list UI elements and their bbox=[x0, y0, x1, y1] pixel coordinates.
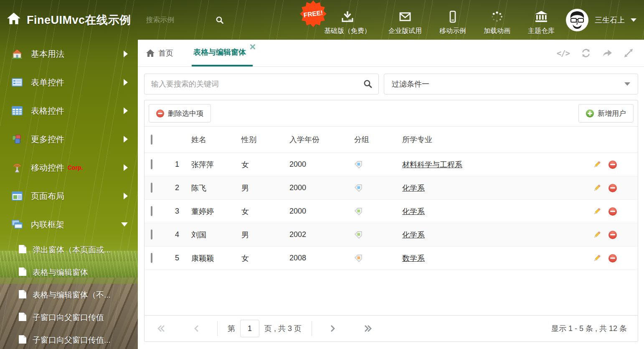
add-user-button[interactable]: 新增用户 bbox=[578, 104, 634, 122]
chevron-down-icon bbox=[121, 222, 128, 227]
major-link[interactable]: 数学系 bbox=[402, 254, 425, 262]
select-all-checkbox[interactable] bbox=[151, 135, 152, 145]
nav-mobile-demo[interactable]: 移动示例 bbox=[439, 5, 466, 36]
page-icon bbox=[18, 335, 27, 346]
search-icon[interactable] bbox=[363, 79, 373, 90]
major-link[interactable]: 材料科学与工程系 bbox=[402, 160, 462, 169]
nav-loading-animations[interactable]: 加载动画 bbox=[484, 5, 510, 36]
divider bbox=[312, 321, 312, 336]
row-index: 2 bbox=[169, 183, 185, 192]
sidebar-item-label: 表单控件 bbox=[31, 77, 64, 88]
nav-enterprise-trial[interactable]: 企业版试用 bbox=[388, 5, 422, 36]
tab-home[interactable]: 首页 bbox=[146, 40, 173, 66]
delete-icon[interactable] bbox=[609, 231, 617, 239]
page-content: 过滤条件一 删除选中项 新增用户 bbox=[138, 67, 644, 349]
row-checkbox[interactable] bbox=[151, 229, 152, 239]
delete-icon[interactable] bbox=[609, 160, 617, 169]
row-checkbox[interactable] bbox=[151, 159, 152, 169]
row-checkbox[interactable] bbox=[151, 183, 152, 193]
nav-basic-edition[interactable]: FREE! 基础版（免费） bbox=[324, 5, 371, 36]
sidebar-item-grid-controls[interactable]: 表格控件 bbox=[0, 97, 138, 125]
minus-circle-icon bbox=[156, 110, 164, 117]
row-checkbox[interactable] bbox=[151, 253, 152, 263]
column-year: 入学年份 bbox=[284, 135, 348, 145]
nav-label: 加载动画 bbox=[484, 27, 510, 36]
row-index: 1 bbox=[169, 160, 185, 169]
nav-label: 基础版（免费） bbox=[324, 27, 371, 36]
cell-year: 2000 bbox=[284, 207, 348, 216]
main-panel: 首页 表格与编辑窗体 </> bbox=[138, 40, 644, 349]
sidebar-item-page-layout[interactable]: 页面布局 bbox=[0, 182, 138, 210]
sidebar-item-mobile-controls[interactable]: 移动控件 Corp. bbox=[0, 153, 138, 182]
house-icon bbox=[12, 49, 23, 59]
search-icon[interactable] bbox=[216, 16, 224, 24]
tab-grid-edit-window[interactable]: 表格与编辑窗体 bbox=[192, 40, 253, 66]
keyword-search-input[interactable] bbox=[145, 74, 378, 94]
edit-icon[interactable] bbox=[593, 207, 601, 216]
sidebar-subitem-child-to-parent[interactable]: 子窗口向父窗口传值 bbox=[0, 306, 138, 329]
app-window: FineUIMvc在线示例 FREE! 基础版（免费） bbox=[0, 0, 644, 349]
sidebar-subitem-grid-edit-window[interactable]: 表格与编辑窗体 bbox=[0, 261, 138, 284]
major-link[interactable]: 化学系 bbox=[402, 207, 425, 216]
major-link[interactable]: 化学系 bbox=[402, 231, 425, 239]
user-menu[interactable]: 三生石上 bbox=[565, 8, 636, 32]
nav-label: 移动示例 bbox=[439, 27, 466, 36]
delete-icon[interactable] bbox=[609, 184, 617, 192]
close-icon[interactable] bbox=[250, 43, 255, 51]
cell-name: 陈飞 bbox=[185, 183, 236, 193]
first-page-button[interactable] bbox=[157, 325, 165, 332]
view-source-icon[interactable]: </> bbox=[557, 48, 570, 58]
last-page-button[interactable] bbox=[364, 325, 372, 332]
major-link[interactable]: 化学系 bbox=[402, 184, 425, 192]
sidebar-subitem-popup-window[interactable]: 弹出窗体（本页面或... bbox=[0, 239, 138, 261]
nav-label: 主题仓库 bbox=[528, 27, 555, 36]
sidebar-item-label: 移动控件 bbox=[31, 162, 64, 173]
row-checkbox[interactable] bbox=[151, 206, 152, 216]
prev-page-button[interactable] bbox=[194, 325, 199, 332]
share-arrow-icon[interactable] bbox=[602, 48, 612, 58]
delete-icon[interactable] bbox=[609, 207, 617, 216]
cell-year: 2008 bbox=[284, 254, 348, 262]
page-number-input[interactable] bbox=[240, 320, 259, 337]
filter-dropdown-value: 过滤条件一 bbox=[392, 79, 429, 89]
record-summary: 显示 1 - 5 条 , 共 12 条 bbox=[551, 324, 627, 334]
cell-year: 2000 bbox=[284, 160, 348, 169]
delete-selected-button[interactable]: 删除选中项 bbox=[149, 104, 211, 122]
delete-icon[interactable] bbox=[609, 254, 617, 262]
home-icon[interactable] bbox=[7, 12, 21, 26]
sidebar-subitem-grid-edit-window-2[interactable]: 表格与编辑窗体（不... bbox=[0, 284, 138, 306]
chevron-right-icon bbox=[124, 164, 128, 171]
edit-icon[interactable] bbox=[593, 160, 601, 169]
edit-icon[interactable] bbox=[593, 184, 601, 192]
next-page-button[interactable] bbox=[330, 325, 335, 332]
header-search-input[interactable] bbox=[145, 15, 210, 25]
nav-theme-store[interactable]: 主题仓库 bbox=[528, 5, 555, 36]
sidebar-item-iframe[interactable]: 内联框架 bbox=[0, 210, 138, 239]
column-gender: 性别 bbox=[236, 135, 284, 145]
edit-icon[interactable] bbox=[593, 254, 601, 262]
table-row: 2 陈飞 男 2000 化学系 bbox=[145, 176, 638, 200]
sidebar-item-more-controls[interactable]: 更多控件 bbox=[0, 125, 138, 153]
refresh-icon[interactable] bbox=[581, 48, 591, 58]
tab-label: 首页 bbox=[158, 48, 173, 58]
filter-dropdown[interactable]: 过滤条件一 bbox=[384, 74, 638, 94]
cell-name: 康颖颖 bbox=[185, 253, 236, 263]
sidebar-item-label: 基本用法 bbox=[31, 48, 64, 60]
tag-icon bbox=[348, 231, 396, 239]
mobile-icon bbox=[446, 10, 459, 23]
cell-name: 董婷婷 bbox=[185, 206, 236, 217]
sidebar-item-form-controls[interactable]: 表单控件 bbox=[0, 68, 138, 97]
antenna-icon bbox=[12, 163, 23, 173]
sidebar-item-label: 表格控件 bbox=[31, 105, 64, 117]
sidebar-item-basic-usage[interactable]: 基本用法 bbox=[0, 40, 138, 68]
edit-icon[interactable] bbox=[593, 231, 601, 239]
tab-label: 表格与编辑窗体 bbox=[193, 47, 246, 57]
tab-toolbar: </> bbox=[557, 48, 644, 58]
chevron-right-icon bbox=[124, 193, 128, 199]
expand-icon[interactable] bbox=[624, 48, 633, 58]
sidebar-item-label: 页面布局 bbox=[31, 191, 64, 202]
sidebar-subitem-child-to-parent-2[interactable]: 子窗口向父窗口传值... bbox=[0, 329, 138, 349]
corp-badge: Corp. bbox=[68, 164, 83, 171]
grid-toolbar: 删除选中项 新增用户 bbox=[145, 100, 638, 127]
table-row: 1 张萍萍 女 2000 材料科学与工程系 bbox=[145, 153, 638, 176]
